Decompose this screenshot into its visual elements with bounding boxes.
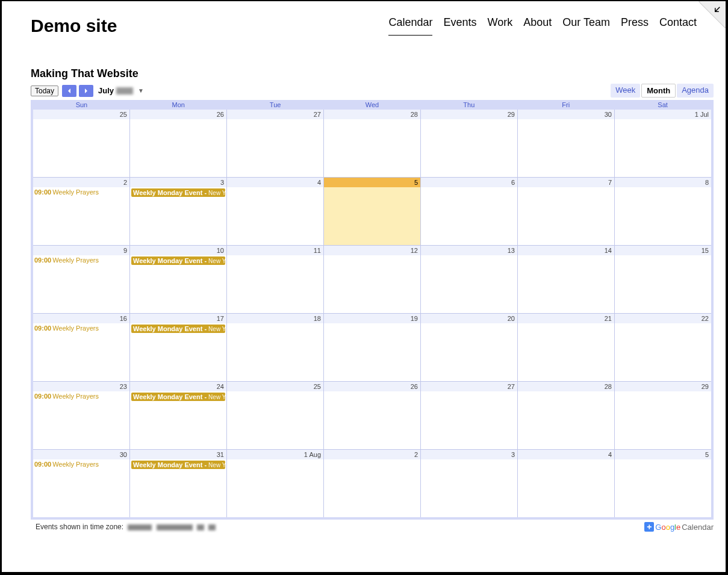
calendar-cell[interactable]: 10Weekly Monday Event - New Y: [130, 246, 226, 313]
redacted-text: [157, 524, 193, 530]
nav-item-events[interactable]: Events: [443, 16, 476, 36]
calendar-cell[interactable]: 18: [227, 314, 323, 381]
calendar-cell[interactable]: 29: [615, 382, 711, 449]
calendar-cell[interactable]: 909:00Weekly Prayers: [33, 246, 129, 313]
calendar-cell[interactable]: 11: [227, 246, 323, 313]
calendar-cell[interactable]: 17Weekly Monday Event - New Y: [130, 314, 226, 381]
prev-button[interactable]: [62, 85, 76, 97]
calendar-cell[interactable]: 2309:00Weekly Prayers: [33, 382, 129, 449]
day-number: 8: [615, 178, 711, 187]
nav-item-work[interactable]: Work: [488, 16, 513, 36]
day-number: 5: [615, 450, 711, 459]
main-nav: CalendarEventsWorkAboutOur TeamPressCont…: [388, 16, 697, 36]
calendar-event[interactable]: 09:00Weekly Prayers: [34, 461, 128, 468]
calendar-event[interactable]: 09:00Weekly Prayers: [34, 188, 128, 196]
day-number: 14: [518, 246, 614, 255]
calendar-cell[interactable]: 12: [324, 246, 420, 313]
day-header: Sat: [614, 100, 711, 110]
day-number: 6: [421, 178, 517, 187]
nav-item-our-team[interactable]: Our Team: [562, 16, 610, 36]
google-calendar-text: Calendar: [682, 523, 714, 532]
day-number: 28: [324, 110, 420, 119]
calendar-cell[interactable]: 3: [421, 450, 517, 517]
calendar-cell[interactable]: 20: [421, 314, 517, 381]
calendar-cell[interactable]: 2: [324, 450, 420, 517]
calendar-cell[interactable]: 26: [324, 382, 420, 449]
calendar-event[interactable]: 09:00Weekly Prayers: [34, 256, 128, 264]
calendar-event[interactable]: Weekly Monday Event - New Y: [131, 393, 225, 401]
calendar-cell[interactable]: 4: [518, 450, 614, 517]
google-calendar-link[interactable]: + Google Calendar: [644, 522, 714, 532]
day-header: Fri: [517, 100, 614, 110]
calendar-cell[interactable]: 8: [615, 178, 711, 245]
calendar-cell[interactable]: 28: [518, 382, 614, 449]
calendar-event[interactable]: Weekly Monday Event - New Y: [131, 256, 225, 265]
day-header: Thu: [420, 100, 517, 110]
nav-item-press[interactable]: Press: [621, 16, 649, 36]
calendar-cell[interactable]: 1 Aug: [227, 450, 323, 517]
calendar-cell[interactable]: 27: [227, 110, 323, 177]
day-number: 22: [615, 314, 711, 323]
calendar-cell[interactable]: 24Weekly Monday Event - New Y: [130, 382, 226, 449]
nav-item-about[interactable]: About: [523, 16, 552, 36]
calendar-cell[interactable]: 29: [421, 110, 517, 177]
calendar-cell[interactable]: 209:00Weekly Prayers: [33, 178, 129, 245]
calendar-cell[interactable]: 5: [324, 178, 420, 245]
calendar-cell[interactable]: 5: [615, 450, 711, 517]
calendar-cell[interactable]: 26: [130, 110, 226, 177]
calendar-cell[interactable]: 15: [615, 246, 711, 313]
day-number: 23: [33, 382, 129, 391]
calendar-event[interactable]: Weekly Monday Event - New Y: [131, 188, 225, 197]
calendar-event[interactable]: 09:00Weekly Prayers: [34, 325, 128, 332]
calendar-cell[interactable]: 30: [518, 110, 614, 177]
day-number: 1 Aug: [227, 450, 323, 459]
google-logo: Google: [655, 523, 680, 532]
day-number: 25: [33, 110, 129, 119]
day-number: 13: [421, 246, 517, 255]
view-week-button[interactable]: Week: [611, 84, 640, 98]
day-number: 19: [324, 314, 420, 323]
calendar-event[interactable]: 09:00Weekly Prayers: [34, 393, 128, 400]
day-header: Wed: [324, 100, 421, 110]
day-number: 18: [227, 314, 323, 323]
calendar-cell[interactable]: 25: [227, 382, 323, 449]
day-number: 28: [518, 382, 614, 391]
calendar-cell[interactable]: 21: [518, 314, 614, 381]
calendar-event[interactable]: Weekly Monday Event - New Y: [131, 461, 225, 469]
today-button[interactable]: Today: [31, 85, 58, 96]
calendar-cell[interactable]: 3009:00Weekly Prayers: [33, 450, 129, 517]
collapse-corner[interactable]: [689, 1, 726, 37]
arrow-in-icon: [711, 5, 722, 16]
day-number: 15: [615, 246, 711, 255]
calendar-cell[interactable]: 4: [227, 178, 323, 245]
day-number: 21: [518, 314, 614, 323]
day-number: 20: [421, 314, 517, 323]
calendar-event[interactable]: Weekly Monday Event - New Y: [131, 325, 225, 333]
calendar-cell[interactable]: 28: [324, 110, 420, 177]
month-dropdown-icon[interactable]: ▼: [138, 87, 144, 94]
day-number: 24: [130, 382, 226, 391]
day-number: 2: [33, 178, 129, 187]
day-headers: SunMonTueWedThuFriSat: [33, 100, 711, 110]
calendar-cell[interactable]: 13: [421, 246, 517, 313]
calendar-cell[interactable]: 22: [615, 314, 711, 381]
calendar-cell[interactable]: 6: [421, 178, 517, 245]
calendar-cell[interactable]: 19: [324, 314, 420, 381]
calendar-cell[interactable]: 31Weekly Monday Event - New Y: [130, 450, 226, 517]
calendar-cell[interactable]: 3Weekly Monday Event - New Y: [130, 178, 226, 245]
calendar-cell[interactable]: 14: [518, 246, 614, 313]
chevron-right-icon: [83, 88, 89, 94]
calendar-cell[interactable]: 7: [518, 178, 614, 245]
view-month-button[interactable]: Month: [641, 84, 676, 98]
calendar-cell[interactable]: 27: [421, 382, 517, 449]
day-number: 9: [33, 246, 129, 255]
calendar-cell[interactable]: 1 Jul: [615, 110, 711, 177]
next-button[interactable]: [79, 85, 93, 97]
day-number: 4: [518, 450, 614, 459]
day-number: 3: [130, 178, 226, 187]
calendar-cell[interactable]: 1609:00Weekly Prayers: [33, 314, 129, 381]
view-agenda-button[interactable]: Agenda: [677, 84, 714, 98]
calendar-cell[interactable]: 25: [33, 110, 129, 177]
day-number: 25: [227, 382, 323, 391]
nav-item-calendar[interactable]: Calendar: [388, 16, 432, 36]
